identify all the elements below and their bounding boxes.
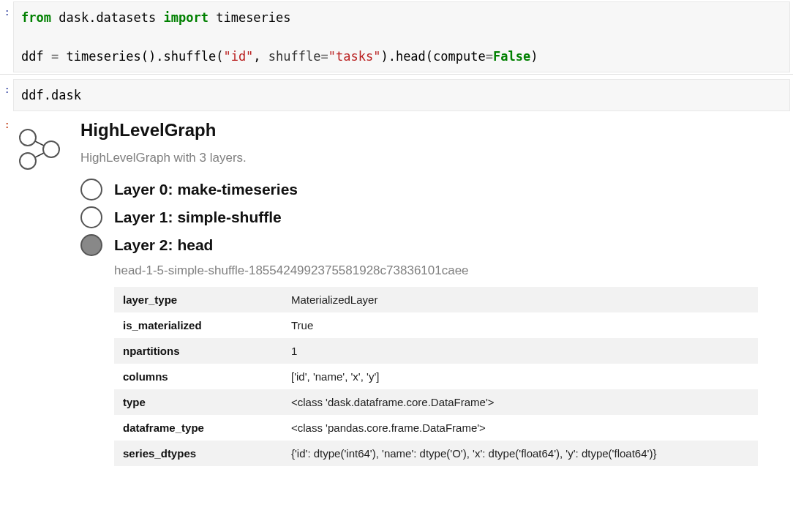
comma: ,: [253, 49, 260, 64]
layer-hash: head-1-5-simple-shuffle-1855424992375581…: [114, 263, 786, 278]
layer-circle-icon: [80, 206, 102, 228]
table-val: <class 'dask.dataframe.core.DataFrame'>: [282, 389, 758, 415]
input-cell-1: : from dask.datasets import timeseries d…: [0, 0, 793, 75]
table-val: ['id', 'name', 'x', 'y']: [282, 364, 758, 389]
table-key: layer_type: [114, 287, 282, 312]
layer-label-1: Layer 1: simple-shuffle: [114, 209, 282, 226]
call-part1: timeseries().shuffle(: [66, 49, 223, 64]
hlg-title: HighLevelGraph: [80, 120, 786, 141]
table-row: is_materialized True: [114, 312, 758, 338]
table-row: npartitions 1: [114, 338, 758, 364]
table-row: layer_type MaterializedLayer: [114, 287, 758, 312]
assign-op: =: [51, 49, 59, 64]
layer-info-table: layer_type MaterializedLayer is_material…: [114, 287, 758, 466]
table-key: npartitions: [114, 338, 282, 364]
hlg-subtitle: HighLevelGraph with 3 layers.: [80, 151, 786, 165]
table-row: series_dtypes {'id': dtype('int64'), 'na…: [114, 441, 758, 466]
output-cell: : HighLevelGraph HighLevelGraph with 3 l…: [0, 113, 793, 466]
layer-circle-icon: [80, 234, 102, 256]
string-id: "id": [223, 49, 253, 64]
layer-row-1[interactable]: Layer 1: simple-shuffle: [80, 203, 786, 231]
string-tasks: "tasks": [328, 49, 381, 64]
table-val: True: [282, 312, 758, 338]
hlg-content: HighLevelGraph HighLevelGraph with 3 lay…: [67, 120, 786, 466]
module-name: dask.datasets: [59, 10, 156, 25]
eq3: =: [486, 49, 493, 64]
call-mid: ).head(compute: [380, 49, 485, 64]
graph-icon: [15, 120, 67, 173]
layer-label-2: Layer 2: head: [114, 236, 213, 254]
table-key: dataframe_type: [114, 415, 282, 441]
import-name: timeseries: [216, 10, 290, 25]
table-val: <class 'pandas.core.frame.DataFrame'>: [282, 415, 758, 441]
input-prompt-2: :: [0, 78, 10, 113]
table-row: columns ['id', 'name', 'x', 'y']: [114, 364, 758, 389]
table-row: dataframe_type <class 'pandas.core.frame…: [114, 415, 758, 441]
table-val: 1: [282, 338, 758, 364]
keyword-from: from: [21, 10, 51, 25]
table-key: is_materialized: [114, 312, 282, 338]
code-input-2[interactable]: ddf.dask: [13, 79, 790, 111]
keyword-import: import: [164, 10, 208, 25]
var-lhs: ddf: [21, 49, 44, 64]
table-key: series_dtypes: [114, 441, 282, 466]
layer-row-2[interactable]: Layer 2: head: [80, 231, 786, 259]
input-cell-2: : ddf.dask: [0, 78, 793, 113]
layer-row-0[interactable]: Layer 0: make-timeseries: [80, 176, 786, 203]
table-val: MaterializedLayer: [282, 287, 758, 312]
table-key: columns: [114, 364, 282, 389]
kwarg-shuffle: shuffle: [268, 49, 321, 64]
table-key: type: [114, 389, 282, 415]
layer-circle-icon: [80, 179, 102, 201]
table-row: type <class 'dask.dataframe.core.DataFra…: [114, 389, 758, 415]
svg-point-4: [43, 141, 59, 157]
call-end: ): [530, 49, 538, 64]
layer-label-0: Layer 0: make-timeseries: [114, 181, 298, 198]
false-literal: False: [493, 49, 530, 64]
svg-point-2: [20, 130, 36, 146]
input-prompt: :: [0, 0, 10, 74]
code-text-2: ddf.dask: [21, 88, 81, 102]
code-input-1[interactable]: from dask.datasets import timeseries ddf…: [13, 1, 790, 72]
svg-point-3: [20, 153, 36, 169]
table-val: {'id': dtype('int64'), 'name': dtype('O'…: [282, 441, 758, 466]
eq2: =: [321, 49, 328, 64]
output-area: HighLevelGraph HighLevelGraph with 3 lay…: [10, 113, 793, 466]
output-prompt: :: [0, 113, 10, 466]
